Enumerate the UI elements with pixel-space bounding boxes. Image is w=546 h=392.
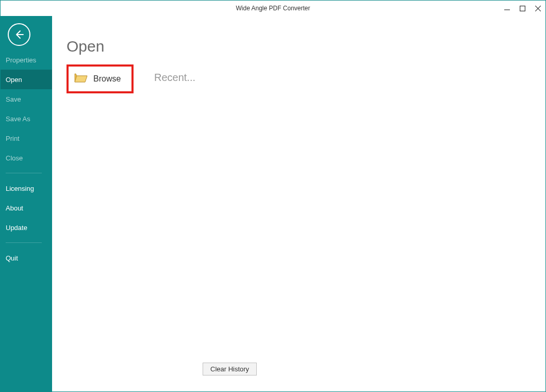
sidebar-item-label: Close [6, 154, 23, 162]
sidebar-item-label: Properties [6, 56, 36, 64]
clear-history-button[interactable]: Clear History [203, 363, 257, 375]
sidebar-item-close[interactable]: Close [1, 148, 52, 168]
sidebar: Properties Open Save Save As Print Close… [1, 16, 52, 391]
window-title: Wide Angle PDF Converter [236, 5, 310, 12]
maximize-button[interactable] [515, 1, 530, 16]
minimize-icon [504, 6, 510, 11]
page-title: Open [67, 38, 531, 55]
browse-button[interactable]: Browse [67, 64, 134, 93]
content-row: Browse Recent... [67, 64, 531, 93]
arrow-left-icon [14, 29, 24, 40]
container: Properties Open Save Save As Print Close… [1, 16, 545, 391]
recent-label: Recent... [154, 72, 195, 84]
sidebar-item-label: Quit [6, 254, 18, 262]
sidebar-item-print[interactable]: Print [1, 128, 52, 148]
sidebar-divider [6, 242, 42, 243]
window-controls [499, 1, 545, 16]
close-button[interactable] [530, 1, 545, 16]
sidebar-item-quit[interactable]: Quit [1, 248, 52, 268]
svg-rect-1 [520, 6, 525, 11]
minimize-button[interactable] [499, 1, 515, 16]
folder-open-icon [74, 72, 88, 86]
sidebar-item-save-as[interactable]: Save As [1, 109, 52, 128]
sidebar-item-label: About [6, 204, 23, 212]
sidebar-divider [6, 173, 42, 173]
sidebar-item-open[interactable]: Open [1, 70, 52, 89]
back-button[interactable] [8, 23, 30, 46]
sidebar-item-licensing[interactable]: Licensing [1, 178, 52, 198]
titlebar: Wide Angle PDF Converter [1, 1, 545, 16]
sidebar-item-label: Licensing [6, 185, 34, 192]
sidebar-item-label: Print [6, 135, 20, 142]
main-content: Open Browse Recent... Clear History [52, 16, 545, 391]
sidebar-item-label: Update [6, 224, 27, 232]
sidebar-item-label: Open [6, 76, 22, 84]
sidebar-item-label: Save As [6, 115, 30, 123]
sidebar-item-label: Save [6, 95, 21, 103]
close-icon [535, 6, 541, 11]
browse-label: Browse [93, 74, 121, 84]
sidebar-item-properties[interactable]: Properties [1, 50, 52, 70]
sidebar-item-about[interactable]: About [1, 198, 52, 218]
sidebar-item-update[interactable]: Update [1, 218, 52, 237]
maximize-icon [520, 6, 525, 11]
sidebar-item-save[interactable]: Save [1, 89, 52, 109]
